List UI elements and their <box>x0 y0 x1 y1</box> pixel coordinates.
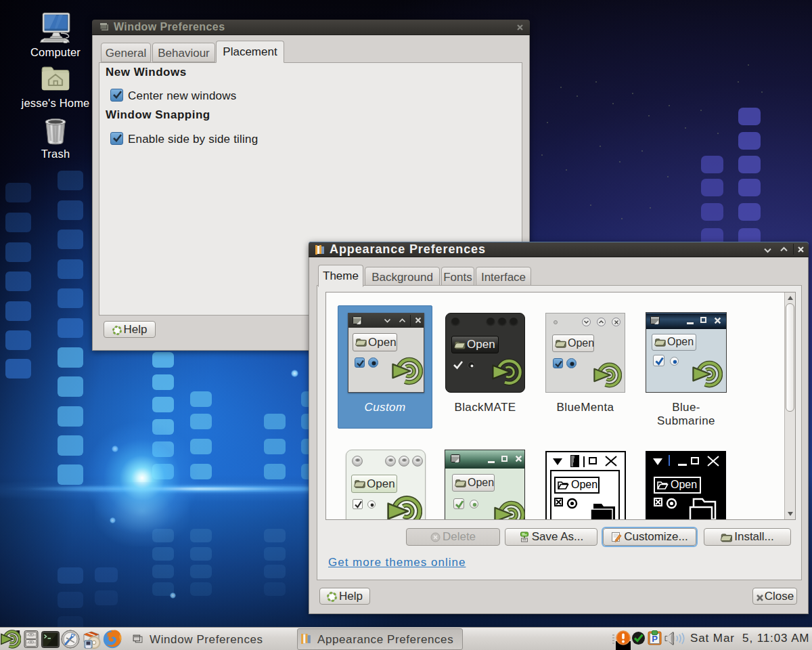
svg-text:P: P <box>652 634 658 644</box>
